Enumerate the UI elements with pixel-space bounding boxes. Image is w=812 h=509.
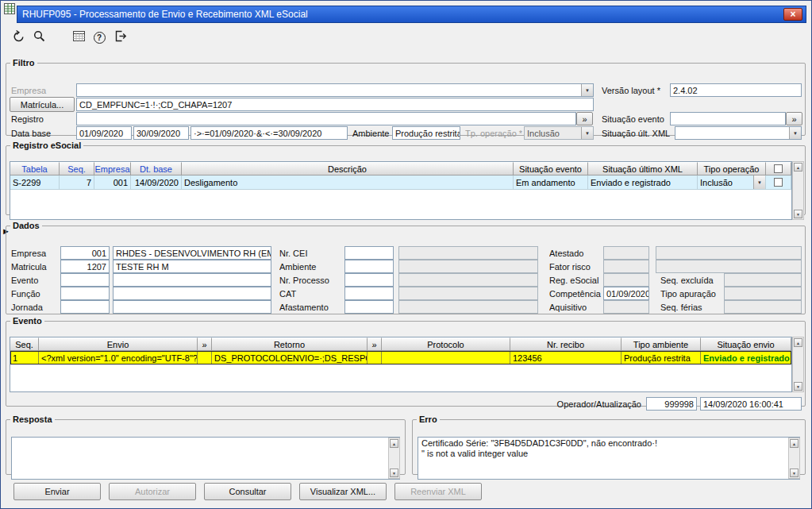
col-header-envio[interactable]: Envio (39, 337, 198, 351)
afastamento-desc-field (398, 300, 538, 314)
competencia-field[interactable]: 01/09/2020 (603, 287, 649, 300)
registro-expand-button[interactable]: » (576, 112, 593, 125)
col-header-tipo-ambiente[interactable]: Tipo ambiente (622, 337, 701, 351)
data-inicio-input[interactable]: 01/09/2020 (76, 126, 132, 140)
select-all-checkbox[interactable] (774, 164, 783, 173)
enviar-button[interactable]: Enviar (13, 483, 101, 500)
row-checkbox[interactable] (774, 178, 783, 187)
situacao-evento-input[interactable] (670, 112, 786, 125)
exit-button[interactable] (110, 27, 130, 48)
cell-select[interactable] (766, 175, 791, 189)
resposta-scrollbar[interactable]: ▲ ▼ (388, 438, 400, 479)
scroll-up-icon[interactable]: ▲ (794, 338, 802, 347)
app-icon (3, 2, 16, 15)
situacao-ult-xml-select[interactable]: ▼ (675, 126, 802, 140)
funcao-desc-field[interactable] (113, 287, 271, 300)
atestado-desc-field (656, 246, 802, 260)
col-header-protocolo[interactable]: Protocolo (382, 337, 510, 351)
registro-row[interactable]: S-2299 7 001 14/09/2020 Desligamento Em … (10, 175, 791, 190)
col-header-descricao[interactable]: Descrição (182, 162, 514, 175)
afastamento-field[interactable] (344, 300, 394, 314)
col-header-situacao-envio[interactable]: Situação envio (701, 337, 791, 351)
matricula-nome-field[interactable]: TESTE RH M (113, 260, 271, 273)
tp-operacao-select[interactable]: Inclusão ▼ (524, 126, 594, 140)
col-header-tabela[interactable]: Tabela (10, 162, 60, 175)
col-header-nr-recibo[interactable]: Nr. recibo (510, 337, 622, 351)
reenviar-xml-button: Reenviar XML (394, 483, 482, 500)
empresa-nome-field[interactable]: RHDES - DESENVOLVIMENTO RH (EMF (113, 246, 271, 260)
jornada-desc-field[interactable] (113, 300, 271, 314)
app-window: RHUFP095 - Processamento de Envio e Rece… (0, 0, 812, 509)
cell-envio-expand (198, 351, 212, 364)
scroll-up-icon[interactable]: ▲ (790, 439, 799, 448)
registro-input[interactable] (76, 112, 576, 125)
matricula-filter-input[interactable]: CD_EMPFUNC=1·!·;CD_CHAPA=1207 (76, 98, 594, 111)
consultar-button[interactable]: Consultar (204, 483, 291, 500)
erro-textarea[interactable]: Certificado Série: "3FB4D5DAD1C3F0DD", n… (418, 437, 800, 480)
col-header-select-all[interactable] (766, 162, 791, 175)
help-icon: ? (94, 32, 106, 44)
tipo-operacao-value: Inclusão (700, 178, 733, 187)
evento-grid-scrollbar[interactable]: ▲ ▼ (792, 337, 804, 392)
registro-label: Registro (11, 112, 73, 125)
col-header-seq[interactable]: Seq. (60, 162, 94, 175)
situacao-evento-expand-button[interactable]: » (786, 112, 802, 125)
nr-cei-field[interactable] (344, 246, 394, 260)
nr-processo-field[interactable] (344, 273, 394, 287)
scroll-down-icon[interactable]: ▼ (390, 469, 398, 477)
col-header-situacao-ultimo-xml[interactable]: Situação último XML (588, 162, 698, 175)
nr-processo-label: Nr. Processo (279, 273, 341, 287)
situacao-evento-label: Situação evento (602, 112, 667, 125)
col-header-empresa[interactable]: Empresa (94, 162, 131, 175)
nr-cei-desc-field (398, 246, 538, 260)
reg-esocial-label: Reg. eSocial (549, 273, 602, 287)
col-header-retorno[interactable]: Retorno (212, 337, 368, 351)
close-button[interactable]: × (783, 8, 802, 21)
resposta-textarea[interactable] (11, 437, 400, 480)
undo-button[interactable] (8, 27, 29, 48)
erro-scrollbar[interactable]: ▲ ▼ (788, 438, 800, 479)
scroll-up-icon[interactable]: ▲ (794, 163, 802, 172)
evento-label: Evento (11, 273, 57, 287)
scroll-down-icon[interactable]: ▼ (794, 210, 802, 218)
versao-layout-input[interactable]: 2.4.02 (670, 83, 802, 97)
atestado-field (603, 246, 649, 260)
retorno-expand-button[interactable]: » (368, 337, 382, 351)
evento-grid-header: Seq. Envio » Retorno » Protocolo Nr. rec… (10, 337, 791, 351)
search-button[interactable] (29, 27, 49, 48)
evento-desc-field[interactable] (113, 273, 271, 287)
ambiente-field: Produção restrita (392, 126, 460, 140)
cell-tipo-operacao-select[interactable]: Inclusão ▼ (698, 175, 766, 189)
data-expressao-field[interactable]: ·>·=01/09/2020·&·<·=30/09/2020 (190, 126, 348, 140)
chevron-down-icon: ▼ (789, 127, 801, 139)
empresa-cod-field[interactable]: 001 (60, 246, 110, 260)
registro-grid-scrollbar[interactable]: ▲ ▼ (792, 161, 804, 220)
scroll-down-icon[interactable]: ▼ (794, 382, 802, 391)
jornada-cod-field[interactable] (60, 300, 110, 314)
evento-row[interactable]: 1 <?xml version="1.0" encoding="UTF-8"?>… (10, 351, 791, 364)
evento-cod-field[interactable] (60, 273, 110, 287)
exit-icon (114, 29, 127, 46)
matricula-cod-field[interactable]: 1207 (60, 260, 110, 273)
evento-group: Evento Seq. Envio » Retorno » Protocolo … (6, 316, 806, 407)
scroll-up-icon[interactable]: ▲ (390, 439, 398, 448)
erro-title: Erro (417, 415, 440, 424)
empresa-select[interactable]: ▼ (76, 83, 594, 97)
nr-cei-label: Nr. CEI (279, 246, 341, 260)
col-header-tipo-operacao[interactable]: Tipo operação (698, 162, 766, 175)
calendar-button[interactable] (68, 27, 89, 48)
visualizar-xml-button[interactable]: Visualizar XML... (299, 483, 387, 500)
data-fim-input[interactable]: 30/09/2020 (133, 126, 189, 140)
col-header-situacao-evento[interactable]: Situação evento (514, 162, 588, 175)
col-header-dt-base[interactable]: Dt. base (131, 162, 182, 175)
cat-field[interactable] (344, 287, 394, 300)
tipo-apuracao-field (724, 287, 802, 300)
ambiente-field[interactable] (344, 260, 394, 273)
scroll-down-icon[interactable]: ▼ (790, 469, 799, 477)
col-header-seq[interactable]: Seq. (10, 337, 39, 351)
ambiente-label: Ambiente (279, 260, 341, 273)
envio-expand-button[interactable]: » (198, 337, 212, 351)
funcao-cod-field[interactable] (60, 287, 110, 300)
help-button[interactable]: ? (89, 27, 110, 48)
matricula-button[interactable]: Matrícula... (10, 97, 75, 112)
